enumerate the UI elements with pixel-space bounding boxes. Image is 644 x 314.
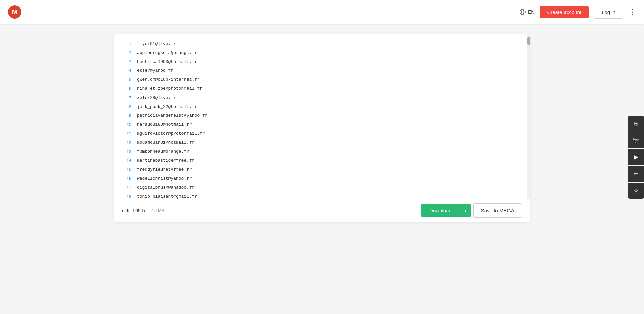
file-line: 9patriciavanderelst@yahoo.fr	[114, 111, 530, 120]
header-right: EN Create account Log in ⋮	[519, 6, 636, 19]
line-number: 9	[119, 112, 131, 119]
line-content: jerk_punk_22@hotmail.fr	[137, 104, 197, 111]
line-number: 15	[119, 166, 131, 173]
scrollbar-thumb[interactable]	[527, 37, 530, 45]
video-icon: ▶	[634, 154, 638, 160]
line-content: wadellchrist@yahoo.fr	[137, 175, 192, 182]
line-content: bechirca1993@hotmail.fr	[137, 59, 197, 66]
header: M EN Create account Log in ⋮	[0, 0, 644, 24]
download-dropdown-button[interactable]: ▾	[460, 204, 471, 217]
language-selector[interactable]: EN	[519, 9, 534, 15]
file-line: 17digitalbrus@wanadoo.fr	[114, 183, 530, 192]
line-number: 2	[119, 50, 131, 57]
file-line: 4ekser@yahoo.fr	[114, 66, 530, 75]
file-line: 2appledrugscla@orange.fr	[114, 49, 530, 58]
line-content: mguifovictor@protonmail.fr	[137, 130, 205, 137]
file-line: 7zeler28@live.fr	[114, 93, 530, 103]
footer-actions: Download ▾ Save to MEGA	[421, 203, 522, 218]
line-content: mouamouan81@hotmail.fr	[137, 139, 195, 146]
line-content: gwen.om@club-internet.fr	[137, 76, 200, 83]
line-content: zeler28@live.fr	[137, 95, 176, 102]
more-options-button[interactable]: ⋮	[629, 8, 636, 16]
line-number: 13	[119, 148, 131, 155]
line-number: 7	[119, 95, 131, 102]
side-tool-settings-button[interactable]: ⚙	[628, 183, 644, 199]
file-line: 13fpmbonneau@orange.fr	[114, 147, 530, 156]
file-line: 1flyer91@live.fr	[114, 40, 530, 49]
line-number: 17	[119, 184, 131, 191]
file-line: 16wadellchrist@yahoo.fr	[114, 174, 530, 183]
line-number: 11	[119, 130, 131, 137]
file-line: 18tonio_plaisant@gmail.fr	[114, 192, 530, 199]
file-line: 6nina_et_zoe@protonmail.fr	[114, 84, 530, 93]
app-grid-icon: ⊞	[634, 120, 638, 127]
save-to-mega-button[interactable]: Save to MEGA	[473, 203, 522, 218]
line-number: 14	[119, 157, 131, 164]
line-content: fpmbonneau@orange.fr	[137, 148, 189, 155]
line-content: ekser@yahoo.fr	[137, 67, 173, 74]
line-number: 12	[119, 139, 131, 146]
download-button-group: Download ▾	[421, 204, 471, 217]
file-lines[interactable]: 1flyer91@live.fr2appledrugscla@orange.fr…	[114, 34, 530, 199]
globe-icon	[519, 9, 526, 15]
scrollbar-track[interactable]	[527, 34, 530, 199]
file-name: cl-fr_165.txt	[122, 208, 147, 213]
main-content: 1flyer91@live.fr2appledrugscla@orange.fr…	[0, 24, 644, 314]
line-content: naraud8183@hotmail.fr	[137, 121, 192, 128]
line-number: 5	[119, 76, 131, 83]
file-line: 3bechirca1993@hotmail.fr	[114, 58, 530, 67]
mega-logo[interactable]: M	[8, 5, 21, 19]
login-button[interactable]: Log in	[594, 6, 623, 19]
lang-code: EN	[528, 9, 534, 15]
line-number: 4	[119, 67, 131, 74]
file-viewer-card: 1flyer91@live.fr2appledrugscla@orange.fr…	[114, 34, 530, 222]
file-icon: ▭	[634, 171, 639, 177]
file-info: cl-fr_165.txt 7.6 MB	[122, 208, 164, 213]
line-number: 16	[119, 175, 131, 182]
side-tool-file-button[interactable]: ▭	[628, 166, 644, 182]
line-number: 18	[119, 193, 131, 199]
file-line: 11mguifovictor@protonmail.fr	[114, 129, 530, 138]
line-content: freddyfleuret@free.fr	[137, 166, 192, 173]
file-line: 14martinebastide@free.fr	[114, 156, 530, 165]
line-content: nina_et_zoe@protonmail.fr	[137, 85, 202, 92]
line-content: patriciavanderelst@yahoo.fr	[137, 112, 208, 119]
file-line: 15freddyfleuret@free.fr	[114, 165, 530, 174]
file-line: 5gwen.om@club-internet.fr	[114, 75, 530, 84]
side-tool-video-button[interactable]: ▶	[628, 149, 644, 165]
file-footer: cl-fr_165.txt 7.6 MB Download ▾ Save to …	[114, 199, 530, 222]
line-content: digitalbrus@wanadoo.fr	[137, 184, 195, 191]
line-content: appledrugscla@orange.fr	[137, 50, 197, 57]
side-tool-camera-button[interactable]: 📷	[628, 132, 644, 148]
line-content: martinebastide@free.fr	[137, 157, 195, 164]
file-size: 7.6 MB	[151, 208, 164, 213]
line-number: 1	[119, 41, 131, 48]
more-icon: ⋮	[629, 8, 636, 16]
file-line: 8jerk_punk_22@hotmail.fr	[114, 103, 530, 112]
line-content: flyer91@live.fr	[137, 41, 176, 48]
create-account-button[interactable]: Create account	[540, 6, 589, 18]
line-content: tonio_plaisant@gmail.fr	[137, 193, 197, 199]
line-number: 8	[119, 104, 131, 111]
file-content: 1flyer91@live.fr2appledrugscla@orange.fr…	[114, 34, 530, 199]
settings-icon: ⚙	[634, 187, 638, 194]
side-tool-app-icon[interactable]: ⊞	[628, 116, 644, 132]
file-line: 10naraud8183@hotmail.fr	[114, 120, 530, 129]
camera-icon: 📷	[633, 137, 639, 143]
file-line: 12mouamouan81@hotmail.fr	[114, 138, 530, 147]
side-tools: ⊞ 📷 ▶ ▭ ⚙	[628, 116, 644, 199]
line-number: 3	[119, 59, 131, 66]
logo-letter: M	[12, 8, 18, 16]
line-number: 6	[119, 85, 131, 92]
download-button[interactable]: Download	[421, 204, 460, 217]
line-number: 10	[119, 121, 131, 128]
dropdown-arrow-icon: ▾	[464, 208, 467, 213]
